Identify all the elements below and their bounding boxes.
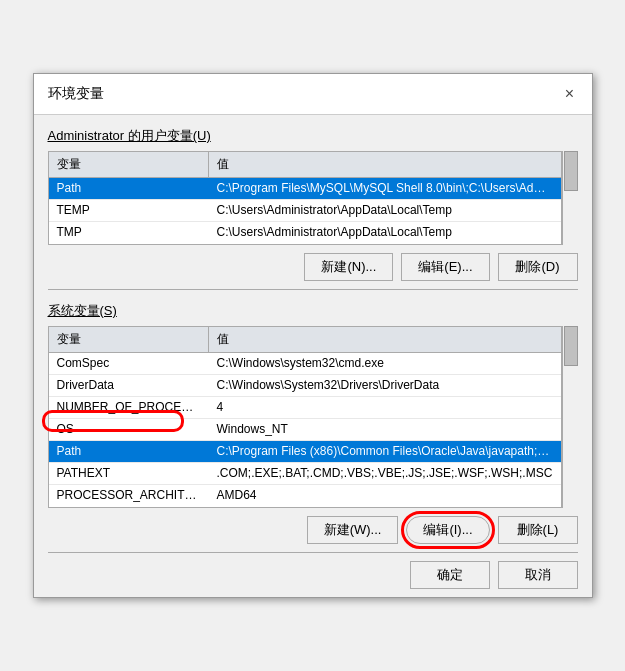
- sys-val-cell: Windows_NT: [209, 419, 561, 440]
- edit-sys-button[interactable]: 编辑(I)...: [406, 516, 489, 544]
- delete-sys-button[interactable]: 删除(L): [498, 516, 578, 544]
- system-table-row[interactable]: DriverData C:\Windows\System32\Drivers\D…: [49, 375, 561, 397]
- sys-var-cell: NUMBER_OF_PROCESSORS: [49, 397, 209, 418]
- system-col-val: 值: [209, 327, 561, 352]
- user-val-cell: C:\Users\Administrator\AppData\Local\Tem…: [209, 222, 561, 244]
- sys-val-cell: .COM;.EXE;.BAT;.CMD;.VBS;.VBE;.JS;.JSE;.…: [209, 463, 561, 484]
- sys-var-cell: PROCESSOR_ARCHITECT...: [49, 485, 209, 507]
- user-scrollbar-thumb[interactable]: [564, 151, 578, 191]
- sys-var-cell: Path: [49, 441, 209, 462]
- user-var-cell: Path: [49, 178, 209, 199]
- footer-divider: [48, 552, 578, 553]
- system-table-row[interactable]: PROCESSOR_ARCHITECT... AMD64: [49, 485, 561, 507]
- new-user-button[interactable]: 新建(N)...: [304, 253, 393, 281]
- edit-user-button[interactable]: 编辑(E)...: [401, 253, 489, 281]
- user-btn-row: 新建(N)...编辑(E)...删除(D): [48, 253, 578, 281]
- title-bar: 环境变量 ×: [34, 74, 592, 115]
- user-table-body: Path C:\Program Files\MySQL\MySQL Shell …: [49, 178, 561, 244]
- user-col-var: 变量: [49, 152, 209, 177]
- system-col-var: 变量: [49, 327, 209, 352]
- user-table-row[interactable]: Path C:\Program Files\MySQL\MySQL Shell …: [49, 178, 561, 200]
- user-var-cell: TMP: [49, 222, 209, 244]
- system-table-row[interactable]: PATHEXT .COM;.EXE;.BAT;.CMD;.VBS;.VBE;.J…: [49, 463, 561, 485]
- sys-var-cell: PATHEXT: [49, 463, 209, 484]
- system-scrollbar-thumb[interactable]: [564, 326, 578, 366]
- sys-val-cell: C:\Windows\System32\Drivers\DriverData: [209, 375, 561, 396]
- user-table: 变量 值 Path C:\Program Files\MySQL\MySQL S…: [48, 151, 562, 245]
- system-table-row[interactable]: OS Windows_NT: [49, 419, 561, 441]
- sys-var-cell: OS: [49, 419, 209, 440]
- user-table-row[interactable]: TEMP C:\Users\Administrator\AppData\Loca…: [49, 200, 561, 222]
- user-val-cell: C:\Program Files\MySQL\MySQL Shell 8.0\b…: [209, 178, 561, 199]
- sys-var-cell: ComSpec: [49, 353, 209, 374]
- user-col-val: 值: [209, 152, 561, 177]
- section-divider: [48, 289, 578, 290]
- footer-btn-row: 确定取消: [48, 561, 578, 589]
- new-sys-button[interactable]: 新建(W)...: [307, 516, 399, 544]
- ok-button[interactable]: 确定: [410, 561, 490, 589]
- system-scrollbar[interactable]: [562, 326, 578, 508]
- system-section: 系统变量(S) 变量 值 ComSpec C:\Windows\system32…: [48, 302, 578, 508]
- sys-val-cell: 4: [209, 397, 561, 418]
- system-table-header: 变量 值: [49, 327, 561, 353]
- sys-val-cell: C:\Windows\system32\cmd.exe: [209, 353, 561, 374]
- user-section: Administrator 的用户变量(U) 变量 值 Path C:\Prog…: [48, 127, 578, 245]
- dialog-title: 环境变量: [48, 85, 104, 103]
- user-table-row[interactable]: TMP C:\Users\Administrator\AppData\Local…: [49, 222, 561, 244]
- system-table-wrapper: 变量 值 ComSpec C:\Windows\system32\cmd.exe…: [48, 326, 578, 508]
- user-table-header: 变量 值: [49, 152, 561, 178]
- sys-var-cell: DriverData: [49, 375, 209, 396]
- system-btn-row: 新建(W)...编辑(I)...删除(L): [48, 516, 578, 544]
- system-table-body: ComSpec C:\Windows\system32\cmd.exe Driv…: [49, 353, 561, 507]
- sys-val-cell: AMD64: [209, 485, 561, 507]
- system-section-title[interactable]: 系统变量(S): [48, 302, 578, 320]
- sys-val-cell: C:\Program Files (x86)\Common Files\Orac…: [209, 441, 561, 462]
- delete-user-button[interactable]: 删除(D): [498, 253, 578, 281]
- user-section-title[interactable]: Administrator 的用户变量(U): [48, 127, 578, 145]
- user-var-cell: TEMP: [49, 200, 209, 221]
- system-table-row[interactable]: NUMBER_OF_PROCESSORS 4: [49, 397, 561, 419]
- user-scrollbar[interactable]: [562, 151, 578, 245]
- system-table: 变量 值 ComSpec C:\Windows\system32\cmd.exe…: [48, 326, 562, 508]
- cancel-button[interactable]: 取消: [498, 561, 578, 589]
- close-button[interactable]: ×: [558, 82, 582, 106]
- env-vars-dialog: 环境变量 × Administrator 的用户变量(U) 变量 值 Path …: [33, 73, 593, 598]
- user-table-wrapper: 变量 值 Path C:\Program Files\MySQL\MySQL S…: [48, 151, 578, 245]
- user-val-cell: C:\Users\Administrator\AppData\Local\Tem…: [209, 200, 561, 221]
- system-table-row[interactable]: Path C:\Program Files (x86)\Common Files…: [49, 441, 561, 463]
- system-table-row[interactable]: ComSpec C:\Windows\system32\cmd.exe: [49, 353, 561, 375]
